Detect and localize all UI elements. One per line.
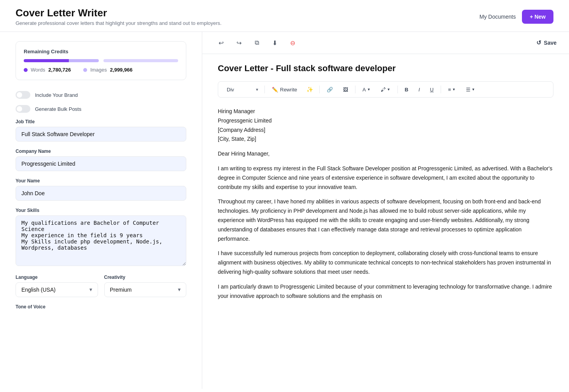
bulk-toggle-row: Generate Bulk Posts: [16, 105, 186, 113]
recipient-line4: [City, State, Zip]: [218, 136, 256, 142]
your-skills-label: Your Skills: [16, 208, 186, 213]
format-select-wrap: Div Paragraph Heading 1 Heading 2 ▼: [223, 85, 261, 94]
rewrite-button[interactable]: ✏️ Rewrite: [268, 85, 301, 94]
underline-button[interactable]: U: [426, 85, 438, 94]
company-name-input[interactable]: [16, 156, 186, 171]
job-title-label: Job Title: [16, 119, 186, 124]
letter-paragraph-3: I have successfully led numerous project…: [218, 249, 553, 276]
language-creativity-row: Language English (USA) English (UK) Span…: [16, 275, 186, 304]
images-progress-bar: [103, 59, 179, 62]
letter-paragraph-4: I am particularly drawn to Progressgenic…: [218, 282, 553, 301]
undo-button[interactable]: ↩: [215, 37, 227, 49]
letter-recipient: Hiring Manager Progressgenic Limited [Co…: [218, 107, 553, 144]
creativity-select[interactable]: Basic Premium Advanced: [104, 282, 187, 297]
images-credit-item: Images 2,999,966: [83, 67, 132, 73]
editor-toolbar: ↩ ↪ ⧉ ⬇ ⊖ ↺ Save: [202, 32, 569, 54]
words-value: 2,780,726: [48, 67, 71, 73]
italic-button[interactable]: I: [415, 85, 424, 94]
language-label: Language: [16, 275, 98, 280]
ordered-list-button[interactable]: ☰ ▼: [462, 85, 479, 94]
download-button[interactable]: ⬇: [268, 37, 281, 49]
format-divider-1: [264, 86, 265, 93]
format-bar: Div Paragraph Heading 1 Heading 2 ▼ ✏️ R…: [218, 81, 553, 98]
editor-area: Cover Letter - Full stack software devel…: [202, 54, 569, 389]
bulk-toggle[interactable]: [16, 105, 30, 113]
brand-toggle[interactable]: [16, 91, 30, 99]
images-label: Images: [90, 67, 107, 73]
toolbar-right: ↺ Save: [536, 39, 557, 46]
tone-group: Tone of Voice: [16, 304, 186, 310]
save-button[interactable]: ↺ Save: [536, 39, 557, 46]
format-divider-2: [319, 86, 320, 93]
company-name-group: Company Name: [16, 149, 186, 171]
your-skills-textarea[interactable]: [16, 215, 186, 266]
my-documents-button[interactable]: My Documents: [480, 14, 516, 20]
your-name-input[interactable]: [16, 186, 186, 201]
job-title-group: Job Title: [16, 119, 186, 142]
left-panel: Remaining Credits Words 2,780,726 Images…: [0, 32, 202, 389]
document-title: Cover Letter - Full stack software devel…: [218, 63, 553, 74]
language-select[interactable]: English (USA) English (UK) Spanish Frenc…: [16, 282, 98, 297]
job-title-input[interactable]: [16, 127, 186, 142]
main-layout: Remaining Credits Words 2,780,726 Images…: [0, 32, 569, 389]
recipient-line2: Progressgenic Limited: [218, 117, 272, 124]
format-divider-3: [355, 86, 355, 93]
creativity-group: Creativity Basic Premium Advanced ▼: [104, 275, 187, 297]
bullet-list-button[interactable]: ≡ ▼: [444, 85, 460, 94]
letter-paragraph-2: Throughout my career, I have honed my ab…: [218, 197, 553, 243]
format-divider-4: [397, 86, 398, 93]
redo-button[interactable]: ↪: [233, 37, 245, 49]
your-name-label: Your Name: [16, 178, 186, 184]
save-label: Save: [544, 40, 557, 46]
new-button[interactable]: + New: [522, 10, 553, 24]
credits-bars: [24, 59, 178, 62]
recipient-line1: Hiring Manager: [218, 108, 255, 114]
image-button[interactable]: 🖼: [339, 85, 352, 94]
bold-button[interactable]: B: [401, 85, 412, 94]
images-dot: [83, 68, 87, 72]
bulk-toggle-label: Generate Bulk Posts: [35, 106, 81, 112]
language-group: Language English (USA) English (UK) Span…: [16, 275, 98, 297]
words-dot: [24, 68, 28, 72]
words-credit-item: Words 2,780,726: [24, 67, 71, 73]
text-color-button[interactable]: A ▼: [359, 85, 375, 94]
letter-paragraph-1: I am writing to express my interest in t…: [218, 164, 553, 192]
toolbar-left: ↩ ↪ ⧉ ⬇ ⊖: [215, 37, 299, 49]
top-bar-actions: My Documents + New: [480, 10, 553, 24]
top-bar: Cover Letter Writer Generate professiona…: [0, 0, 569, 32]
copy-button[interactable]: ⧉: [250, 37, 263, 49]
app-subtitle: Generate professional cover letters that…: [16, 20, 222, 26]
rewrite-label: Rewrite: [280, 87, 297, 93]
letter-salutation: Dear Hiring Manager,: [218, 149, 553, 159]
save-icon: ↺: [536, 39, 541, 46]
highlight-button[interactable]: 🖍 ▼: [377, 85, 394, 94]
right-panel: ↩ ↪ ⧉ ⬇ ⊖ ↺ Save Cover Letter - Full sta…: [202, 32, 569, 389]
credits-card: Remaining Credits Words 2,780,726 Images…: [16, 41, 186, 80]
letter-body: Hiring Manager Progressgenic Limited [Co…: [218, 107, 553, 301]
app-title: Cover Letter Writer: [16, 7, 222, 19]
brand-toggle-label: Include Your Brand: [35, 92, 78, 98]
creativity-select-wrap: Basic Premium Advanced ▼: [104, 282, 187, 297]
images-value: 2,999,966: [110, 67, 133, 73]
your-skills-group: Your Skills: [16, 208, 186, 268]
ai-sparkle-button[interactable]: ✨: [303, 85, 316, 94]
your-name-group: Your Name: [16, 178, 186, 201]
recipient-line3: [Company Address]: [218, 127, 265, 133]
link-button[interactable]: 🔗: [323, 85, 337, 94]
format-divider-5: [441, 86, 441, 93]
pencil-icon: ✏️: [272, 87, 278, 93]
words-label: Words: [31, 67, 45, 73]
brand-toggle-row: Include Your Brand: [16, 91, 186, 99]
delete-button[interactable]: ⊖: [286, 37, 299, 49]
company-name-label: Company Name: [16, 149, 186, 154]
credits-info: Words 2,780,726 Images 2,999,966: [24, 67, 178, 73]
creativity-label: Creativity: [104, 275, 187, 280]
words-progress-bar: [24, 59, 99, 62]
format-select[interactable]: Div Paragraph Heading 1 Heading 2: [223, 85, 261, 94]
app-header: Cover Letter Writer Generate professiona…: [16, 7, 222, 26]
credits-title: Remaining Credits: [24, 49, 178, 54]
tone-label: Tone of Voice: [16, 304, 186, 310]
language-select-wrap: English (USA) English (UK) Spanish Frenc…: [16, 282, 98, 297]
